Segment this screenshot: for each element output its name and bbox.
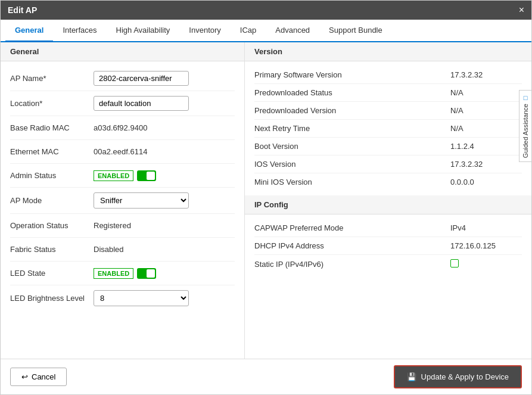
- next-retry-time-row: Next Retry Time N/A: [254, 120, 522, 138]
- led-brightness-label: LED Brightness Level: [10, 294, 94, 303]
- dhcp-ipv4-address-value: 172.16.0.125: [450, 241, 522, 250]
- predownloaded-status-value: N/A: [450, 88, 522, 97]
- boot-version-row: Boot Version 1.1.2.4: [254, 138, 522, 155]
- modal-body: General AP Name* Location*: [1, 42, 531, 359]
- primary-software-version-label: Primary Software Version: [254, 70, 450, 79]
- fabric-status-value: Disabled: [94, 245, 235, 254]
- led-state-toggle[interactable]: [137, 268, 156, 279]
- update-label: Update & Apply to Device: [421, 372, 509, 381]
- ethernet-mac-label: Ethernet MAC: [10, 147, 94, 156]
- ipconfig-rows: CAPWAP Preferred Mode IPv4 DHCP IPv4 Add…: [245, 214, 531, 278]
- predownloaded-status-row: Predownloaded Status N/A: [254, 84, 522, 102]
- next-retry-time-value: N/A: [450, 124, 522, 133]
- ap-name-label: AP Name*: [10, 74, 94, 83]
- guided-assistance-label: Guided Assistance: [522, 104, 529, 158]
- version-section-header: Version: [245, 42, 531, 61]
- tab-interfaces[interactable]: Interfaces: [53, 20, 106, 42]
- static-ip-checkbox[interactable]: [450, 259, 459, 268]
- form-rows: AP Name* Location* Base Radio MAC a03d.6…: [1, 61, 244, 316]
- tab-advanced[interactable]: Advanced: [266, 20, 319, 42]
- cancel-button[interactable]: ↩ Cancel: [10, 368, 67, 386]
- led-state-value: ENABLED: [94, 268, 235, 279]
- capwap-preferred-mode-row: CAPWAP Preferred Mode IPv4: [254, 219, 522, 237]
- admin-status-toggle[interactable]: [137, 170, 156, 181]
- primary-software-version-row: Primary Software Version 17.3.2.32: [254, 66, 522, 84]
- ap-name-row: AP Name*: [10, 66, 235, 91]
- guided-assistance-icon: □: [524, 94, 528, 101]
- update-apply-button[interactable]: 💾 Update & Apply to Device: [394, 365, 522, 388]
- ios-version-label: IOS Version: [254, 160, 450, 169]
- modal-title: Edit AP: [8, 5, 37, 15]
- next-retry-time-label: Next Retry Time: [254, 124, 450, 133]
- location-row: Location*: [10, 91, 235, 116]
- admin-status-label: Admin Status: [10, 171, 94, 180]
- admin-status-row: Admin Status ENABLED: [10, 164, 235, 188]
- predownloaded-version-label: Predownloaded Version: [254, 106, 450, 115]
- ap-name-value: [94, 71, 235, 86]
- version-rows: Primary Software Version 17.3.2.32 Predo…: [245, 61, 531, 195]
- base-radio-mac-label: Base Radio MAC: [10, 123, 94, 132]
- modal-footer: ↩ Cancel 💾 Update & Apply to Device: [1, 359, 531, 394]
- ap-name-input[interactable]: [94, 71, 189, 86]
- location-input[interactable]: [94, 96, 189, 111]
- ethernet-mac-row: Ethernet MAC 00a2.eedf.6114: [10, 140, 235, 164]
- dhcp-ipv4-address-label: DHCP IPv4 Address: [254, 241, 450, 250]
- admin-status-toggle-label: ENABLED: [94, 170, 133, 181]
- led-state-toggle-container: ENABLED: [94, 268, 235, 279]
- static-ip-value: [450, 259, 522, 269]
- dhcp-ipv4-address-row: DHCP IPv4 Address 172.16.0.125: [254, 237, 522, 255]
- guided-assistance-panel[interactable]: □ Guided Assistance: [519, 90, 531, 162]
- tab-general[interactable]: General: [5, 20, 53, 42]
- update-icon: 💾: [407, 372, 416, 381]
- ios-version-row: IOS Version 17.3.2.32: [254, 155, 522, 173]
- ap-mode-value: Sniffer Local Monitor Rogue Detector Bri…: [94, 192, 235, 209]
- ap-mode-row: AP Mode Sniffer Local Monitor Rogue Dete…: [10, 188, 235, 214]
- tab-high-availability[interactable]: High Availability: [107, 20, 180, 42]
- operation-status-label: Operation Status: [10, 221, 94, 230]
- cancel-icon: ↩: [21, 372, 28, 381]
- boot-version-label: Boot Version: [254, 142, 450, 151]
- ipconfig-section-header: IP Config: [245, 195, 531, 214]
- fabric-status-row: Fabric Status Disabled: [10, 238, 235, 262]
- tab-support-bundle[interactable]: Support Bundle: [319, 20, 392, 42]
- ios-version-value: 17.3.2.32: [450, 160, 522, 169]
- right-panel: □ Guided Assistance Version Primary Soft…: [245, 42, 531, 359]
- base-radio-mac-row: Base Radio MAC a03d.6f92.9400: [10, 116, 235, 140]
- mini-ios-version-row: Mini IOS Version 0.0.0.0: [254, 173, 522, 191]
- capwap-preferred-mode-value: IPv4: [450, 223, 522, 232]
- modal-header: Edit AP ×: [1, 1, 531, 20]
- fabric-status-label: Fabric Status: [10, 245, 94, 254]
- general-section-header: General: [1, 42, 244, 61]
- tab-icap[interactable]: ICap: [231, 20, 266, 42]
- led-brightness-row: LED Brightness Level 123 456 78: [10, 285, 235, 311]
- static-ip-label: Static IP (IPv4/IPv6): [254, 260, 450, 269]
- primary-software-version-value: 17.3.2.32: [450, 70, 522, 79]
- ethernet-mac-value: 00a2.eedf.6114: [94, 147, 235, 156]
- tab-bar: General Interfaces High Availability Inv…: [1, 20, 531, 42]
- admin-status-value: ENABLED: [94, 170, 235, 181]
- static-ip-row: Static IP (IPv4/IPv6): [254, 255, 522, 273]
- boot-version-value: 1.1.2.4: [450, 142, 522, 151]
- led-state-toggle-label: ENABLED: [94, 268, 133, 279]
- led-state-row: LED State ENABLED: [10, 262, 235, 285]
- tab-inventory[interactable]: Inventory: [179, 20, 230, 42]
- operation-status-row: Operation Status Registered: [10, 214, 235, 238]
- mini-ios-version-value: 0.0.0.0: [450, 178, 522, 186]
- admin-status-toggle-container: ENABLED: [94, 170, 235, 181]
- location-value: [94, 96, 235, 111]
- ap-mode-select[interactable]: Sniffer Local Monitor Rogue Detector Bri…: [94, 192, 189, 209]
- led-state-label: LED State: [10, 269, 94, 278]
- predownloaded-version-value: N/A: [450, 106, 522, 115]
- ap-mode-label: AP Mode: [10, 196, 94, 205]
- close-button[interactable]: ×: [519, 5, 524, 15]
- capwap-preferred-mode-label: CAPWAP Preferred Mode: [254, 223, 450, 232]
- mini-ios-version-label: Mini IOS Version: [254, 178, 450, 186]
- led-brightness-value: 123 456 78: [94, 290, 235, 306]
- predownloaded-version-row: Predownloaded Version N/A: [254, 102, 522, 120]
- predownloaded-status-label: Predownloaded Status: [254, 88, 450, 97]
- location-label: Location*: [10, 99, 94, 108]
- led-brightness-select[interactable]: 123 456 78: [94, 290, 189, 306]
- left-panel: General AP Name* Location*: [1, 42, 245, 359]
- operation-status-value: Registered: [94, 221, 235, 230]
- base-radio-mac-value: a03d.6f92.9400: [94, 123, 235, 132]
